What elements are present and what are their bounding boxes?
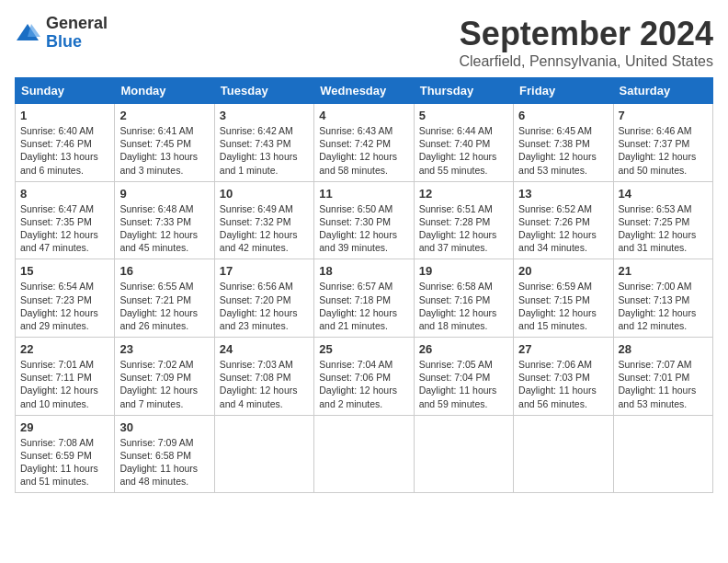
- calendar-day-4: 4 Sunrise: 6:43 AM Sunset: 7:42 PM Dayli…: [314, 104, 414, 182]
- day-sunrise: Sunrise: 6:56 AM: [220, 281, 293, 292]
- calendar-day-5: 5 Sunrise: 6:44 AM Sunset: 7:40 PM Dayli…: [414, 104, 513, 182]
- calendar-day-18: 18 Sunrise: 6:57 AM Sunset: 7:18 PM Dayl…: [314, 259, 414, 338]
- day-sunrise: Sunrise: 6:55 AM: [119, 281, 193, 292]
- calendar-day-6: 6 Sunrise: 6:45 AM Sunset: 7:38 PM Dayli…: [514, 104, 613, 182]
- day-daylight: Daylight: 12 hours and 4 minutes.: [220, 385, 298, 408]
- day-number: 15: [20, 264, 109, 278]
- day-header-friday: Friday: [514, 78, 613, 104]
- day-sunset: Sunset: 7:21 PM: [119, 294, 191, 305]
- day-daylight: Daylight: 12 hours and 2 minutes.: [319, 385, 397, 408]
- day-number: 10: [220, 187, 309, 201]
- day-sunset: Sunset: 7:43 PM: [220, 138, 291, 149]
- day-daylight: Daylight: 12 hours and 26 minutes.: [119, 307, 198, 331]
- day-sunset: Sunset: 7:20 PM: [220, 294, 291, 305]
- day-daylight: Daylight: 12 hours and 37 minutes.: [419, 229, 497, 253]
- calendar-header-row: SundayMondayTuesdayWednesdayThursdayFrid…: [16, 78, 713, 104]
- day-sunset: Sunset: 7:32 PM: [220, 216, 291, 227]
- day-daylight: Daylight: 13 hours and 3 minutes.: [119, 151, 198, 175]
- day-number: 11: [319, 187, 408, 201]
- calendar-day-20: 20 Sunrise: 6:59 AM Sunset: 7:15 PM Dayl…: [514, 259, 613, 338]
- day-sunset: Sunset: 7:37 PM: [619, 138, 690, 149]
- calendar-day-8: 8 Sunrise: 6:47 AM Sunset: 7:35 PM Dayli…: [16, 181, 115, 259]
- calendar-day-30: 30 Sunrise: 7:09 AM Sunset: 6:58 PM Dayl…: [115, 415, 214, 493]
- day-daylight: Daylight: 12 hours and 15 minutes.: [518, 307, 597, 331]
- day-sunset: Sunset: 7:09 PM: [119, 372, 191, 383]
- day-daylight: Daylight: 12 hours and 29 minutes.: [20, 307, 98, 331]
- day-sunset: Sunset: 6:59 PM: [20, 450, 92, 461]
- day-daylight: Daylight: 11 hours and 53 minutes.: [619, 385, 697, 408]
- empty-cell: [613, 415, 712, 493]
- day-sunset: Sunset: 7:30 PM: [319, 216, 391, 227]
- day-sunrise: Sunrise: 6:42 AM: [220, 125, 293, 136]
- logo-general: General: [46, 15, 108, 33]
- day-number: 1: [20, 109, 109, 122]
- day-sunrise: Sunrise: 6:57 AM: [319, 281, 392, 292]
- day-sunrise: Sunrise: 6:40 AM: [20, 125, 94, 136]
- day-sunrise: Sunrise: 6:44 AM: [419, 125, 493, 136]
- day-daylight: Daylight: 12 hours and 55 minutes.: [419, 151, 497, 175]
- day-number: 30: [119, 420, 209, 434]
- day-daylight: Daylight: 11 hours and 59 minutes.: [419, 385, 497, 408]
- day-number: 14: [619, 187, 708, 201]
- day-number: 25: [319, 342, 408, 356]
- calendar-day-16: 16 Sunrise: 6:55 AM Sunset: 7:21 PM Dayl…: [115, 259, 214, 338]
- day-daylight: Daylight: 12 hours and 45 minutes.: [119, 229, 198, 253]
- calendar-week-4: 22 Sunrise: 7:01 AM Sunset: 7:11 PM Dayl…: [16, 338, 713, 416]
- day-daylight: Daylight: 13 hours and 1 minute.: [220, 151, 298, 175]
- calendar-day-2: 2 Sunrise: 6:41 AM Sunset: 7:45 PM Dayli…: [115, 104, 214, 182]
- day-number: 9: [119, 187, 209, 201]
- location: Clearfield, Pennsylvania, United States: [459, 53, 713, 70]
- day-header-wednesday: Wednesday: [314, 78, 414, 104]
- calendar-day-14: 14 Sunrise: 6:53 AM Sunset: 7:25 PM Dayl…: [613, 181, 712, 259]
- day-sunrise: Sunrise: 7:09 AM: [119, 437, 193, 448]
- day-sunrise: Sunrise: 6:52 AM: [518, 203, 592, 214]
- logo-blue: Blue: [46, 33, 108, 52]
- day-sunset: Sunset: 7:11 PM: [20, 372, 92, 383]
- calendar-day-22: 22 Sunrise: 7:01 AM Sunset: 7:11 PM Dayl…: [16, 338, 115, 416]
- logo-icon: [15, 20, 40, 46]
- day-daylight: Daylight: 11 hours and 51 minutes.: [20, 463, 98, 487]
- day-sunset: Sunset: 7:42 PM: [319, 138, 391, 149]
- empty-cell: [314, 415, 414, 493]
- title-block: September 2024 Clearfield, Pennsylvania,…: [459, 15, 713, 70]
- calendar-day-24: 24 Sunrise: 7:03 AM Sunset: 7:08 PM Dayl…: [214, 338, 313, 416]
- day-sunset: Sunset: 7:06 PM: [319, 372, 391, 383]
- day-sunrise: Sunrise: 6:50 AM: [319, 203, 392, 214]
- day-sunrise: Sunrise: 7:03 AM: [220, 359, 293, 370]
- calendar-day-9: 9 Sunrise: 6:48 AM Sunset: 7:33 PM Dayli…: [115, 181, 214, 259]
- day-number: 20: [518, 264, 608, 278]
- month-title: September 2024: [459, 15, 713, 53]
- calendar-week-1: 1 Sunrise: 6:40 AM Sunset: 7:46 PM Dayli…: [16, 104, 713, 182]
- day-sunset: Sunset: 7:35 PM: [20, 216, 92, 227]
- day-header-monday: Monday: [115, 78, 214, 104]
- day-number: 28: [619, 342, 708, 356]
- day-daylight: Daylight: 11 hours and 56 minutes.: [518, 385, 597, 408]
- calendar-day-19: 19 Sunrise: 6:58 AM Sunset: 7:16 PM Dayl…: [414, 259, 513, 338]
- day-number: 7: [619, 109, 708, 122]
- day-number: 24: [220, 342, 309, 356]
- calendar-day-11: 11 Sunrise: 6:50 AM Sunset: 7:30 PM Dayl…: [314, 181, 414, 259]
- day-number: 8: [20, 187, 109, 201]
- day-sunset: Sunset: 7:13 PM: [619, 294, 690, 305]
- day-daylight: Daylight: 12 hours and 10 minutes.: [20, 385, 98, 408]
- calendar-week-2: 8 Sunrise: 6:47 AM Sunset: 7:35 PM Dayli…: [16, 181, 713, 259]
- day-sunrise: Sunrise: 6:41 AM: [119, 125, 193, 136]
- day-sunrise: Sunrise: 7:05 AM: [419, 359, 493, 370]
- empty-cell: [514, 415, 613, 493]
- day-sunrise: Sunrise: 7:00 AM: [619, 281, 692, 292]
- day-sunrise: Sunrise: 7:02 AM: [119, 359, 193, 370]
- calendar: SundayMondayTuesdayWednesdayThursdayFrid…: [15, 77, 713, 493]
- day-header-sunday: Sunday: [16, 78, 115, 104]
- day-number: 6: [518, 109, 608, 122]
- day-sunrise: Sunrise: 6:43 AM: [319, 125, 392, 136]
- day-sunrise: Sunrise: 7:07 AM: [619, 359, 692, 370]
- day-sunset: Sunset: 7:18 PM: [319, 294, 391, 305]
- calendar-day-10: 10 Sunrise: 6:49 AM Sunset: 7:32 PM Dayl…: [214, 181, 313, 259]
- day-number: 21: [619, 264, 708, 278]
- day-sunrise: Sunrise: 6:45 AM: [518, 125, 592, 136]
- calendar-day-21: 21 Sunrise: 7:00 AM Sunset: 7:13 PM Dayl…: [613, 259, 712, 338]
- day-number: 4: [319, 109, 408, 122]
- calendar-day-29: 29 Sunrise: 7:08 AM Sunset: 6:59 PM Dayl…: [16, 415, 115, 493]
- day-number: 23: [119, 342, 209, 356]
- calendar-day-13: 13 Sunrise: 6:52 AM Sunset: 7:26 PM Dayl…: [514, 181, 613, 259]
